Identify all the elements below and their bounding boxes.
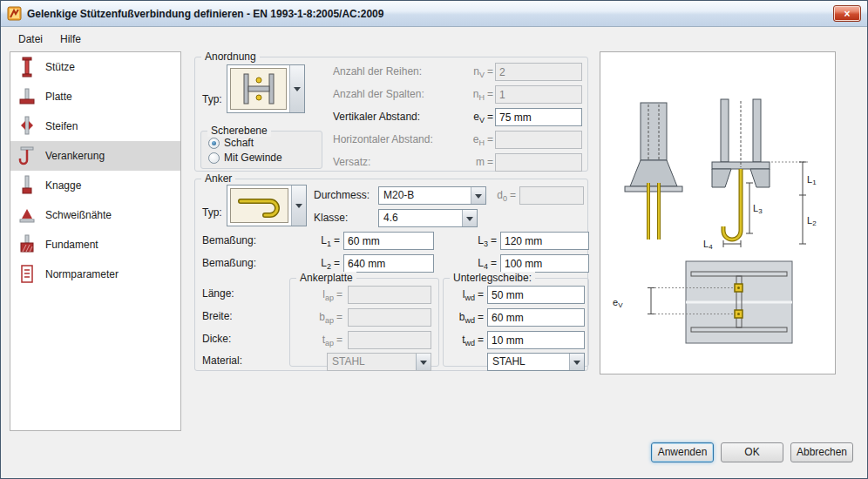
sidebar-item-schweissnaehte[interactable]: Schweißnähte bbox=[10, 200, 180, 230]
horizontaler-abstand-input bbox=[495, 131, 582, 149]
klasse-label: Klasse: bbox=[314, 209, 348, 227]
unterlegscheibe-material-value: STAHL bbox=[488, 354, 569, 370]
vertikaler-abstand-input[interactable] bbox=[495, 108, 582, 126]
breite-label: Breite: bbox=[202, 307, 233, 326]
group-scherebene-legend: Scherebene bbox=[207, 125, 271, 137]
sidebar-label: Schweißnähte bbox=[45, 209, 112, 221]
dim-label-L3: L3 bbox=[753, 203, 763, 215]
close-button[interactable]: × bbox=[833, 5, 861, 22]
chevron-down-icon[interactable] bbox=[471, 187, 485, 204]
L3-symbol: L3= bbox=[464, 232, 497, 253]
radio-label[interactable]: Schaft bbox=[224, 137, 254, 149]
radio-option-schaft[interactable]: Schaft bbox=[208, 137, 254, 149]
titlebar: Gelenkige Stützenfußverbindung definiere… bbox=[1, 1, 867, 27]
klasse-combobox[interactable]: 4.6 bbox=[378, 209, 478, 227]
sidebar-item-fundament[interactable]: Fundament bbox=[10, 230, 180, 260]
anker-typ-combobox[interactable] bbox=[227, 185, 307, 226]
tap-symbol: tap= bbox=[304, 331, 342, 353]
sidebar-item-normparameter[interactable]: Normparameter bbox=[10, 260, 180, 289]
lap-symbol: lap= bbox=[304, 286, 342, 307]
menu-datei[interactable]: Datei bbox=[10, 30, 51, 49]
bemassung1-label: Bemaßung: bbox=[202, 232, 256, 250]
twd-input[interactable] bbox=[487, 331, 585, 349]
spalten-input bbox=[495, 85, 582, 104]
vertikaler-abstand-label: Vertikaler Abstand: bbox=[333, 108, 420, 126]
group-unterlegscheibe: Unterlegscheibe: lwd= bwd= twd= STAHL bbox=[443, 278, 589, 367]
unterlegscheibe-material-combobox[interactable]: STAHL bbox=[487, 353, 585, 371]
horizontaler-abstand-symbol: eH= bbox=[457, 131, 493, 152]
dim-label-L4: L4 bbox=[703, 239, 713, 251]
vertikaler-abstand-symbol: eV= bbox=[457, 108, 493, 130]
lwd-symbol: lwd= bbox=[445, 286, 484, 307]
sidebar-item-steifen[interactable]: Steifen bbox=[10, 111, 180, 141]
reihen-label: Anzahl der Reihen: bbox=[333, 63, 422, 81]
L4-input[interactable] bbox=[500, 254, 589, 273]
anordnung-typ-combobox[interactable] bbox=[227, 64, 305, 113]
radio-option-mit-gewinde[interactable]: Mit Gewinde bbox=[208, 152, 282, 164]
lwd-input[interactable] bbox=[487, 286, 585, 304]
chevron-down-icon[interactable] bbox=[291, 186, 306, 226]
laenge-label: Länge: bbox=[202, 285, 234, 303]
horizontaler-abstand-label: Horizontaler Abstand: bbox=[333, 131, 433, 149]
reihen-input bbox=[495, 63, 582, 81]
sidebar-label: Stütze bbox=[45, 61, 75, 73]
versatz-label: Versatz: bbox=[333, 153, 370, 172]
radio-label[interactable]: Mit Gewinde bbox=[224, 152, 282, 164]
lap-input bbox=[348, 286, 431, 304]
group-anker-legend: Anker bbox=[201, 172, 235, 185]
stiffener-icon bbox=[18, 115, 36, 138]
dim-label-L2: L2 bbox=[807, 215, 817, 227]
bemassung2-label: Bemaßung: bbox=[202, 254, 256, 273]
sidebar-item-verankerung[interactable]: Verankerung bbox=[10, 141, 180, 171]
sidebar-label: Platte bbox=[45, 91, 72, 103]
abbrechen-button[interactable]: Abbrechen bbox=[790, 442, 853, 462]
sidebar-item-knagge[interactable]: Knagge bbox=[10, 171, 180, 200]
group-anker: Anker Typ: Durchmess: M20-B d0= Klasse: … bbox=[194, 179, 588, 371]
hook-anchor-icon bbox=[230, 188, 288, 223]
sidebar-item-stuetze[interactable]: Stütze bbox=[10, 52, 180, 82]
group-ankerplatte-legend: Ankerplatte bbox=[296, 272, 356, 284]
versatz-symbol: m= bbox=[457, 153, 493, 175]
L3-input[interactable] bbox=[500, 232, 589, 250]
reihen-symbol: nV= bbox=[457, 63, 493, 84]
chevron-down-icon bbox=[416, 354, 431, 370]
spalten-symbol: nH= bbox=[457, 85, 493, 107]
ok-button[interactable]: OK bbox=[721, 442, 783, 462]
klasse-value: 4.6 bbox=[379, 210, 462, 226]
radio-icon[interactable] bbox=[208, 152, 220, 164]
dim-label-L1: L1 bbox=[807, 174, 817, 186]
typ-label: Typ: bbox=[202, 91, 222, 109]
menubar: Datei Hilfe bbox=[1, 27, 867, 51]
sidebar-item-platte[interactable]: Platte bbox=[10, 82, 180, 111]
menu-hilfe[interactable]: Hilfe bbox=[51, 30, 90, 49]
group-unterlegscheibe-legend: Unterlegscheibe: bbox=[450, 272, 535, 284]
app-icon bbox=[7, 6, 22, 21]
L2-input[interactable] bbox=[343, 254, 434, 273]
group-anordnung-legend: Anordnung bbox=[201, 51, 260, 63]
twd-symbol: twd= bbox=[445, 331, 484, 353]
durchmesser-label: Durchmess: bbox=[314, 186, 370, 205]
chevron-down-icon[interactable] bbox=[462, 210, 477, 226]
column-icon bbox=[18, 56, 36, 78]
chevron-down-icon[interactable] bbox=[289, 65, 304, 112]
group-scherebene: Scherebene Schaft Mit Gewinde bbox=[200, 131, 322, 169]
chevron-down-icon[interactable] bbox=[569, 354, 584, 370]
L1-input[interactable] bbox=[343, 232, 434, 250]
radio-icon[interactable] bbox=[208, 138, 220, 149]
sidebar-label: Normparameter bbox=[45, 268, 119, 280]
window-title: Gelenkige Stützenfußverbindung definiere… bbox=[27, 8, 383, 20]
d0-symbol: d0= bbox=[490, 186, 516, 208]
anwenden-button[interactable]: Anwenden bbox=[651, 442, 714, 462]
durchmesser-combobox[interactable]: M20-B bbox=[378, 186, 486, 205]
versatz-input bbox=[495, 153, 582, 172]
sidebar-label: Fundament bbox=[45, 239, 98, 251]
sidebar-label: Knagge bbox=[45, 179, 81, 192]
ankerplatte-material-value: STAHL bbox=[328, 354, 416, 370]
sidebar-label: Verankerung bbox=[45, 150, 105, 162]
dim-label-eV: eV bbox=[613, 297, 623, 309]
dicke-label: Dicke: bbox=[202, 330, 231, 348]
foundation-icon bbox=[18, 233, 36, 256]
bwd-input[interactable] bbox=[487, 308, 585, 327]
d0-input bbox=[519, 186, 584, 205]
preview-panel: L3 L4 L1 L2 bbox=[600, 51, 836, 374]
